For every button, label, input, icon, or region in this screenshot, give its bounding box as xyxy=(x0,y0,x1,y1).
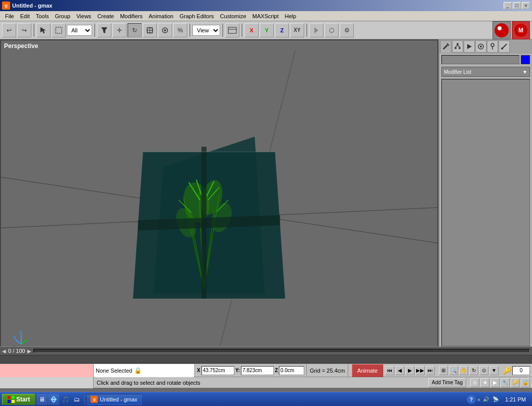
arc-rotate-button[interactable]: ↻ xyxy=(469,366,478,375)
select-object-button[interactable] xyxy=(36,23,51,37)
tab-display[interactable] xyxy=(475,40,486,53)
prompt-icon-4[interactable]: 🔧 xyxy=(501,378,510,387)
svg-rect-65 xyxy=(8,396,11,399)
taskbar-gmax[interactable]: g Untitled - gmax xyxy=(86,394,142,405)
menu-group[interactable]: Group xyxy=(52,12,73,20)
svg-line-22 xyxy=(204,195,219,288)
prompt-icon-2[interactable]: ★ xyxy=(480,378,489,387)
bottom-area: ◀ 0 / 100 ▶ 20 100 200 300 400 500 600 7… xyxy=(0,346,532,392)
network-icon[interactable]: 📡 xyxy=(492,395,500,403)
next-frame-button[interactable]: ▶▶ xyxy=(416,366,425,375)
right-btn-1[interactable] xyxy=(493,21,511,39)
y-axis-button[interactable]: Y xyxy=(260,23,274,37)
play-button[interactable]: ▶ xyxy=(405,366,415,375)
minimize-button[interactable]: _ xyxy=(504,2,512,9)
minimize-button-2[interactable]: ▼ xyxy=(489,366,499,375)
object-name-input[interactable] xyxy=(441,55,519,64)
svg-marker-0 xyxy=(40,27,46,33)
double-arrow-icon[interactable]: « xyxy=(477,396,480,402)
windows-icon-2[interactable]: 🗂 xyxy=(71,394,83,405)
material-editor-button[interactable]: ⬡ xyxy=(324,23,339,37)
zoom-extents-button[interactable]: ⊞ xyxy=(439,366,448,375)
svg-rect-67 xyxy=(8,400,11,403)
field-of-view-button[interactable]: ⊙ xyxy=(479,366,488,375)
maximize-button[interactable]: □ xyxy=(513,2,521,9)
prompt-icon-1[interactable]: ⊙ xyxy=(470,378,479,387)
select-filter-button[interactable] xyxy=(97,23,111,37)
svg-point-12 xyxy=(498,26,502,30)
menu-help[interactable]: Help xyxy=(282,12,300,20)
selection-mode-dropdown[interactable]: All xyxy=(67,25,92,36)
menu-tools[interactable]: Tools xyxy=(33,12,52,20)
tab-tools[interactable] xyxy=(499,40,510,53)
window-title: Untitled - gmax xyxy=(12,3,52,9)
timeline-scrub-bar[interactable] xyxy=(33,349,530,353)
tab-modify[interactable] xyxy=(440,40,452,53)
render-settings-button[interactable]: ⚙ xyxy=(340,23,354,37)
modifier-list-dropdown[interactable]: Modifier List ▼ xyxy=(441,67,530,77)
show-desktop-icon[interactable]: 🖥 xyxy=(36,394,48,405)
menu-create[interactable]: Create xyxy=(94,12,117,20)
scale-button[interactable] xyxy=(143,23,157,37)
snap-button[interactable] xyxy=(158,23,172,37)
current-frame-input[interactable] xyxy=(512,366,530,375)
add-time-tag-button[interactable]: Add Time Tag xyxy=(428,378,466,387)
menu-file[interactable]: File xyxy=(2,12,17,20)
redo-button[interactable]: ↪ xyxy=(17,23,31,37)
menu-modifiers[interactable]: Modifiers xyxy=(117,12,146,20)
undo-button[interactable]: ↩ xyxy=(2,23,16,37)
prompt-icon-5[interactable]: 🔑 xyxy=(511,378,520,387)
last-frame-button[interactable]: ⏭ xyxy=(426,366,435,375)
rotate-button[interactable]: ↻ xyxy=(128,23,142,37)
named-selections-button[interactable] xyxy=(225,23,239,37)
tab-utilities[interactable] xyxy=(487,40,498,53)
svg-point-57 xyxy=(501,48,503,50)
title-bar-left: g Untitled - gmax xyxy=(2,2,52,10)
z-axis-button[interactable]: Z xyxy=(275,23,289,37)
select-region-button[interactable] xyxy=(52,23,66,37)
media-player-icon[interactable]: 🎵 xyxy=(60,394,71,405)
tab-motion[interactable] xyxy=(464,40,475,53)
start-button[interactable]: Start xyxy=(2,394,35,405)
menu-customize[interactable]: Customize xyxy=(217,12,250,20)
lock-icon: 🔒 xyxy=(134,367,142,374)
svg-point-28 xyxy=(208,200,235,235)
viewport[interactable]: Perspective xyxy=(0,39,438,360)
prompt-icon-6[interactable]: 🔒 xyxy=(521,378,530,387)
menu-animation[interactable]: Animation xyxy=(146,12,177,20)
animate-button[interactable]: Animate xyxy=(352,364,383,377)
prev-frame-button[interactable]: ◀ xyxy=(395,366,404,375)
move-button[interactable]: ✛ xyxy=(112,23,127,37)
ie-icon[interactable] xyxy=(48,394,59,405)
zoom-button[interactable]: 🔍 xyxy=(449,366,458,375)
svg-line-17 xyxy=(219,51,295,349)
y-coord-display[interactable]: 7.823cm xyxy=(241,366,274,375)
menu-graph-editors[interactable]: Graph Editors xyxy=(177,12,217,20)
prompt-icon-3[interactable]: ▶ xyxy=(490,378,500,387)
menu-views[interactable]: Views xyxy=(73,12,94,20)
x-coord-display[interactable]: 43.752cm xyxy=(201,366,234,375)
xy-axis-button[interactable]: XY xyxy=(290,23,304,37)
menu-maxscript[interactable]: MAXScript xyxy=(250,12,282,20)
right-btn-2[interactable]: M xyxy=(512,21,530,39)
svg-line-39 xyxy=(15,339,21,344)
x-axis-button[interactable]: X xyxy=(244,23,259,37)
tab-hierarchy[interactable] xyxy=(452,40,463,53)
window-controls[interactable]: _ □ × xyxy=(504,2,530,9)
modifier-stack[interactable] xyxy=(441,79,530,346)
first-frame-button[interactable]: ⏮ xyxy=(385,366,394,375)
color-swatch[interactable] xyxy=(521,55,530,64)
help-icon-tray[interactable]: ? xyxy=(467,395,476,404)
volume-icon[interactable]: 🔊 xyxy=(482,395,490,403)
svg-point-50 xyxy=(459,47,461,49)
view-mode-dropdown[interactable]: View xyxy=(192,25,220,36)
timeline-prev-arrow[interactable]: ◀ xyxy=(2,348,6,354)
z-coord-display[interactable]: 0.0cm xyxy=(279,366,304,375)
pan-button[interactable]: ✋ xyxy=(459,366,468,375)
menu-edit[interactable]: Edit xyxy=(17,12,33,20)
render-button[interactable] xyxy=(309,23,323,37)
close-button[interactable]: × xyxy=(522,2,530,9)
svg-line-21 xyxy=(184,197,204,288)
snap2-button[interactable]: % xyxy=(173,23,187,37)
timeline-next-arrow[interactable]: ▶ xyxy=(27,348,31,354)
